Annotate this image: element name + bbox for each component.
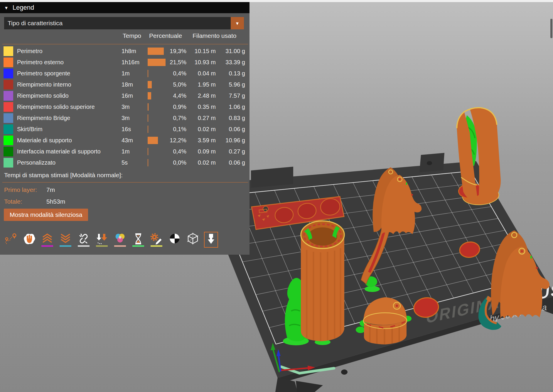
percent-bar-cell: [148, 148, 166, 155]
tool-marker-icon[interactable]: [204, 232, 218, 247]
viewport-scrollbar-thumb[interactable]: [550, 19, 552, 38]
icon-underline: [151, 245, 162, 247]
time-value: 5s: [122, 159, 148, 166]
icon-underline: [78, 245, 90, 247]
feature-color-swatch: [4, 158, 17, 168]
percent-value: 21,5%: [166, 59, 186, 66]
travels-icon[interactable]: [4, 232, 18, 247]
view-options-toolbar: [4, 232, 218, 247]
pause-prints-icon[interactable]: [131, 232, 145, 247]
percent-bar-cell: [148, 48, 166, 55]
filament-weight-value: 0.27 g: [216, 148, 245, 155]
dropdown-arrow-button[interactable]: ▼: [231, 17, 244, 29]
feature-color-swatch: [4, 124, 17, 134]
color-changes-icon[interactable]: [113, 232, 127, 247]
tool-changes-icon[interactable]: [95, 232, 109, 247]
feature-color-swatch: [4, 147, 17, 156]
model-vase-column[interactable]: [301, 221, 344, 341]
first-layer-value: 7m: [46, 186, 65, 193]
feature-label: Riempimento interno: [17, 81, 122, 88]
column-header-time: Tempo: [123, 32, 141, 39]
filament-length-value: 0.02 m: [186, 159, 216, 166]
legend-row: Riempimento solido16m4,4%2.48 m7.57 g: [0, 90, 249, 101]
percent-bar-cell: [148, 159, 166, 166]
legend-row: Perimetro1h8m19,3%10.15 m31.00 g: [0, 45, 249, 57]
percent-bar-cell: [148, 103, 166, 111]
feature-color-swatch: [4, 113, 13, 123]
filament-length-value: 10.93 m: [186, 59, 216, 66]
filament-length-value: 0.09 m: [186, 148, 216, 155]
filament-weight-value: 31.00 g: [216, 48, 245, 55]
shells-icon[interactable]: [186, 232, 200, 247]
feature-color-swatch: [4, 113, 17, 123]
feature-color-swatch: [4, 69, 17, 78]
feature-color-swatch: [4, 80, 17, 89]
feature-color-swatch: [4, 91, 17, 101]
feature-color-swatch: [4, 58, 17, 67]
percent-bar: [148, 103, 149, 111]
legend-row: Interfaccia materiale di supporto1m0,4%0…: [0, 146, 249, 157]
icon-underline: [60, 245, 71, 247]
percent-value: 0,9%: [166, 104, 186, 110]
legend-row: Personalizzato5s0,0%0.02 m0.06 g: [0, 157, 249, 168]
legend-title: Legend: [13, 4, 34, 11]
triangle-down-icon[interactable]: ▼: [4, 5, 9, 10]
feature-color-swatch: [4, 158, 13, 168]
legend-header[interactable]: ▼ Legend: [0, 2, 249, 13]
column-header-percent: Percentuale: [149, 32, 182, 39]
estimates-title: Tempi di stampa stimati [Modalità normal…: [4, 172, 123, 179]
feature-label: Perimetro sporgente: [17, 70, 122, 77]
filament-length-value: 0.27 m: [186, 115, 216, 121]
feature-label: Skirt/Brim: [17, 126, 122, 133]
deretractions-icon[interactable]: [59, 232, 72, 247]
custom-gcodes-icon[interactable]: [150, 232, 163, 247]
legend-row: Materiale di supporto43m12,2%3.59 m10.96…: [0, 135, 249, 146]
legend-panel: ▼ Legend Tipo di caratteristica ▼ Tempo …: [0, 2, 249, 255]
time-value: 3m: [122, 115, 148, 121]
feature-color-swatch: [4, 58, 13, 67]
percent-bar: [148, 92, 151, 99]
percent-bar: [148, 59, 166, 66]
time-value: 1m: [122, 70, 148, 77]
feature-type-dropdown[interactable]: Tipo di caratteristica: [4, 17, 231, 29]
filament-length-value: 0.04 m: [186, 70, 216, 77]
filament-weight-value: 7.57 g: [216, 92, 245, 99]
icon-underline: [96, 245, 108, 247]
feature-label: Materiale di supporto: [17, 137, 122, 144]
filament-weight-value: 0.06 g: [216, 126, 245, 133]
seams-icon[interactable]: [77, 232, 90, 247]
feature-color-swatch: [4, 147, 13, 156]
percent-value: 19,3%: [166, 48, 186, 55]
wipe-icon[interactable]: [22, 232, 36, 247]
dropdown-arrow-icon: ▼: [235, 21, 240, 26]
legend-row: Riempimento solido superiore3m0,9%0.35 m…: [0, 101, 249, 112]
percent-bar: [148, 148, 148, 155]
feature-label: Riempimento solido: [17, 92, 122, 99]
feature-label: Personalizzato: [17, 159, 122, 166]
percent-value: 0,4%: [166, 148, 186, 155]
icon-underline: [41, 245, 53, 247]
feature-label: Interfaccia materiale di supporto: [17, 148, 122, 155]
feature-label: Riempimento Bridge: [17, 115, 122, 121]
time-value: 16m: [122, 92, 148, 99]
center-of-gravity-icon[interactable]: [168, 232, 181, 247]
legend-rows: Perimetro1h8m19,3%10.15 m31.00 gPerimetr…: [0, 45, 249, 168]
icon-underline: [132, 245, 144, 247]
feature-color-swatch: [4, 102, 13, 112]
feature-color-swatch: [4, 69, 13, 78]
percent-bar: [148, 126, 148, 133]
filament-length-value: 1.95 m: [186, 81, 216, 88]
percent-bar-cell: [148, 92, 166, 99]
filament-weight-value: 5.96 g: [216, 81, 245, 88]
model-spiral-tube[interactable]: [453, 107, 503, 206]
feature-color-swatch: [4, 46, 13, 56]
show-silent-mode-button[interactable]: Mostra modalità silenziosa: [4, 209, 88, 221]
icon-underline: [114, 245, 126, 247]
percent-bar: [148, 159, 148, 166]
retractions-icon[interactable]: [41, 232, 54, 247]
legend-row: Skirt/Brim16s0,1%0.02 m0.06 g: [0, 124, 249, 135]
filament-weight-value: 33.39 g: [216, 59, 245, 66]
feature-color-swatch: [4, 46, 17, 56]
percent-bar-cell: [148, 81, 166, 88]
legend-row: Riempimento Bridge3m0,7%0.27 m0.83 g: [0, 112, 249, 124]
